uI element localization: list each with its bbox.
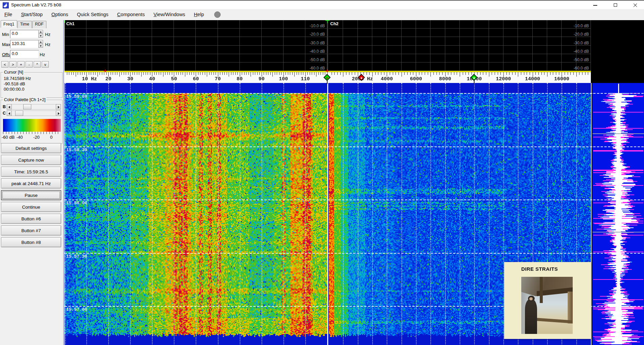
waterfall-time-label: 15.57.30 — [66, 254, 87, 259]
photo-beam-vertical — [540, 277, 543, 303]
spinner-up-icon[interactable] — [38, 30, 43, 34]
cursor-panel: Cursor [N] 18.741589 Hz-90.518 dB00:00:0… — [1, 72, 63, 98]
palette-panel-title: Color Palette [Ch 1+2] — [3, 97, 46, 102]
palette-scale-label-3: 0 — [50, 135, 52, 140]
palette-scale-label-2: -20 — [33, 135, 40, 140]
color-palette-panel: Color Palette [Ch 1+2] BC -60 dB-40-200 — [1, 100, 63, 144]
slider-right-arrow-icon[interactable] — [56, 104, 61, 110]
photo-silhouette — [525, 299, 537, 334]
menu-item-file[interactable]: File — [0, 9, 16, 20]
slider-left-arrow-icon[interactable] — [7, 111, 12, 116]
ruler-label-ch1: 10 Hz — [82, 76, 97, 82]
slider-left-arrow-icon[interactable] — [7, 104, 12, 110]
ruler-label-ch1: 40 — [149, 76, 155, 82]
freq-range-fields: Min0.0HzMax120.31HzOffs0.0Hz — [0, 30, 64, 60]
slider-label-c: C — [3, 111, 6, 116]
spectrum-graph-ch1[interactable] — [65, 20, 327, 71]
slider-rail-b[interactable] — [7, 104, 61, 110]
slider-right-arrow-icon[interactable] — [56, 111, 61, 116]
marker-green-t-stem — [327, 20, 328, 23]
spectrum-graph-ch2[interactable] — [329, 20, 591, 71]
button-capture-now[interactable]: Capture now — [1, 155, 61, 165]
waterfall-time-label: 15.58.00 — [66, 201, 87, 206]
photo-silhouette-face — [529, 297, 532, 300]
slider-thumb-c[interactable] — [15, 111, 23, 116]
palette-scale-label-0: -60 dB — [2, 135, 14, 140]
menu-item-help[interactable]: Help — [190, 9, 209, 20]
db-label: -10.0 dB — [305, 24, 325, 28]
photo-right-wall — [568, 292, 573, 324]
nav-button-3[interactable]: - — [26, 61, 33, 68]
ruler-label-ch2: 12000 — [496, 76, 511, 82]
button-time-15-59-26-5[interactable]: Time: 15:59:26.5 — [1, 167, 61, 177]
cursor-value-1: -90.518 dB — [1, 81, 62, 86]
db-label: -40.0 dB — [569, 49, 589, 54]
button-pause[interactable]: Pause — [1, 190, 61, 200]
cursor-value-0: 18.741589 Hz — [1, 76, 62, 81]
button-button-6[interactable]: Button #6 — [1, 214, 61, 224]
slider-thumb-b[interactable] — [23, 104, 31, 110]
field-label-offs: Offs — [2, 52, 10, 57]
field-input-min[interactable]: 0.0 — [10, 30, 39, 38]
field-input-offs[interactable]: 0.0 — [10, 50, 39, 58]
ruler-label-ch2: 16000 — [554, 76, 569, 82]
album-artist: DIRE STRAITS — [521, 266, 558, 272]
ruler-label-ch1: 100 — [279, 76, 288, 82]
ruler-label-ch1: 90 — [259, 76, 265, 82]
button-peak-at-2448-71-hz[interactable]: peak at 2448.71 Hz — [1, 178, 61, 188]
nav-button-0[interactable]: < — [1, 61, 8, 68]
slider-label-b: B — [3, 104, 6, 109]
button-continue[interactable]: Continue — [1, 202, 61, 212]
cursor-value-2: 00:00:00.0 — [1, 86, 62, 92]
menu-item-components[interactable]: Components — [113, 9, 149, 20]
scroll-zoom-buttons: <>+-^v — [1, 61, 49, 68]
panel-divider — [328, 20, 328, 71]
window-title: Spectrum Lab V2.75 b08 — [11, 2, 61, 7]
freq-tabs: Freq1TimeRDF — [1, 21, 47, 28]
ruler-label-ch1: 80 — [237, 76, 243, 82]
menu-item-quick-settings[interactable]: Quick Settings — [73, 9, 113, 20]
tab-rdf[interactable]: RDF — [32, 21, 46, 28]
button-button-8[interactable]: Button #8 — [1, 237, 61, 247]
nav-button-2[interactable]: + — [17, 61, 25, 68]
waterfall-time-label: 15.58.30 — [66, 147, 87, 153]
tab-freq1[interactable]: Freq1 — [1, 20, 17, 28]
palette-ticks — [3, 132, 61, 134]
menu-item-start-stop[interactable]: Start/Stop — [16, 9, 47, 20]
field-row-offs: Offs0.0Hz — [0, 50, 64, 60]
menu-item-options[interactable]: Options — [47, 9, 73, 20]
db-label: -50.0 dB — [305, 57, 325, 62]
waterfall-time-label: 15.59.00 — [66, 94, 87, 99]
field-unit: Hz — [40, 52, 45, 57]
close-button[interactable] — [628, 1, 643, 10]
waterfall-time-label: 15.57.00 — [66, 307, 87, 312]
menu-item-view-windows[interactable]: View/Windows — [149, 9, 190, 20]
minimize-button[interactable] — [588, 1, 603, 10]
spinner-up-icon[interactable] — [38, 40, 43, 44]
ruler-label-ch2: 4000 — [381, 76, 393, 82]
slider-row-c: C — [2, 111, 61, 116]
control-sidebar: Freq1TimeRDF Min0.0HzMax120.31HzOffs0.0H… — [0, 20, 64, 345]
spinner-max — [38, 40, 43, 48]
spinner-down-icon[interactable] — [38, 44, 43, 48]
field-label-max: Max — [2, 42, 10, 47]
tab-time[interactable]: Time — [17, 21, 32, 28]
ruler-label-ch2: 6000 — [410, 76, 422, 82]
db-label: -60.0 dB — [569, 66, 589, 71]
maximize-button[interactable] — [608, 1, 623, 10]
nav-button-4[interactable]: ^ — [34, 61, 41, 68]
db-label: -40.0 dB — [305, 49, 325, 54]
palette-scale-label-1: -40 — [16, 135, 23, 140]
album-art-overlay: DIRE STRAITS — [504, 262, 591, 339]
ruler-label-ch1: 110 — [301, 76, 310, 82]
ch2-label: Ch2 — [330, 21, 339, 26]
field-row-max: Max120.31Hz — [0, 40, 64, 50]
button-default-settings[interactable]: Default settings — [1, 143, 61, 153]
nav-button-5[interactable]: v — [42, 61, 49, 68]
field-input-max[interactable]: 120.31 — [10, 40, 39, 48]
nav-button-1[interactable]: > — [9, 61, 16, 68]
button-button-7[interactable]: Button #7 — [1, 225, 61, 235]
db-label: -50.0 dB — [569, 57, 589, 62]
spinner-down-icon[interactable] — [38, 34, 43, 38]
marker-green-corner — [65, 20, 65, 23]
